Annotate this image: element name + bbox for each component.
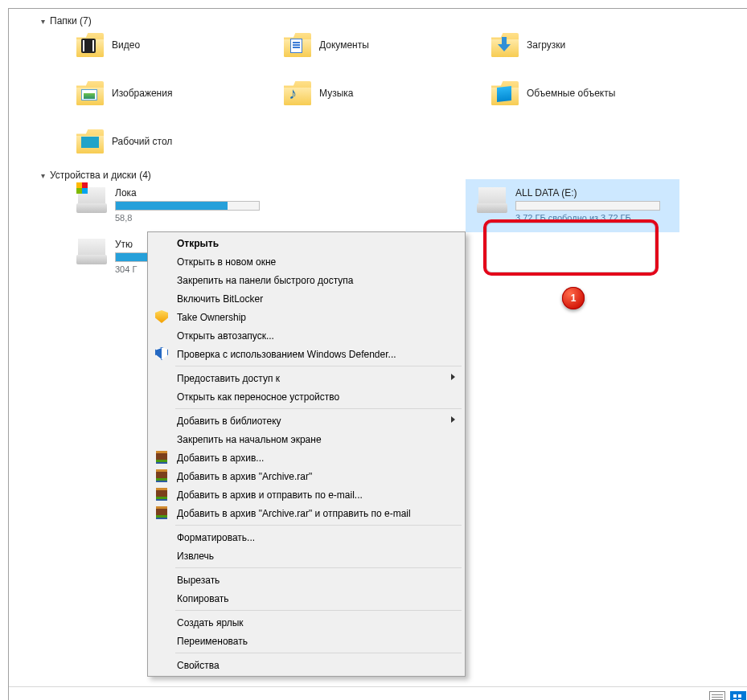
folder-icon <box>491 33 519 57</box>
separator <box>175 366 462 366</box>
folder-music[interactable]: ♪ Музыка <box>284 81 491 105</box>
ctx-open-new-window[interactable]: Открыть в новом окне <box>150 252 463 271</box>
ctx-rar-email-named[interactable]: Добавить в архив "Archive.rar" и отправи… <box>150 504 463 522</box>
ctx-take-ownership[interactable]: Take Ownership <box>150 308 463 326</box>
chevron-down-icon: ▾ <box>41 171 45 180</box>
winrar-icon <box>155 451 168 464</box>
ctx-cut[interactable]: Вырезать <box>150 571 463 589</box>
ctx-share-access[interactable]: Предоставить доступ к <box>150 369 463 387</box>
devices-section-title: Устройства и диски (4) <box>50 170 151 181</box>
drive-local-c[interactable]: Лока 58,8 <box>76 187 284 223</box>
ctx-rename[interactable]: Переименовать <box>150 632 463 650</box>
ctx-rar-add-named[interactable]: Добавить в архив "Archive.rar" <box>150 467 463 485</box>
folder-images[interactable]: Изображения <box>76 81 284 105</box>
explorer-window: ▾ Папки (7) Видео Документы Загрузки Изо… <box>8 8 747 700</box>
submenu-arrow-icon <box>451 374 455 380</box>
folder-label: Изображения <box>112 88 172 99</box>
separator <box>175 567 462 568</box>
folder-desktop[interactable]: Рабочий стол <box>76 129 284 154</box>
drive-icon <box>477 187 507 213</box>
ctx-create-shortcut[interactable]: Создать ярлык <box>150 613 463 632</box>
ctx-rar-add[interactable]: Добавить в архив... <box>150 448 463 467</box>
folder-label: Загрузки <box>527 39 565 51</box>
ctx-scan-defender[interactable]: Проверка с использованием Windows Defend… <box>150 345 463 363</box>
drive-free-text: 58,8 <box>115 213 268 223</box>
ctx-pin-quick-access[interactable]: Закрепить на панели быстрого доступа <box>150 271 463 289</box>
ctx-open[interactable]: Открыть <box>150 234 463 252</box>
ctx-copy[interactable]: Копировать <box>150 589 463 608</box>
folder-label: Документы <box>319 39 369 51</box>
drive-info: ALL DATA (E:) 3,72 ГБ свободно из 3,72 Г… <box>515 187 668 223</box>
ctx-add-to-library[interactable]: Добавить в библиотеку <box>150 411 463 430</box>
folder-icon <box>76 33 104 57</box>
folder-downloads[interactable]: Загрузки <box>491 33 699 57</box>
ctx-enable-bitlocker[interactable]: Включить BitLocker <box>150 289 463 308</box>
drive-name: ALL DATA (E:) <box>515 187 668 199</box>
drive-free-text: 3,72 ГБ свободно из 3,72 ГБ <box>515 213 668 223</box>
ctx-properties[interactable]: Свойства <box>150 656 463 674</box>
folder-label: Видео <box>112 39 140 51</box>
separator <box>175 525 462 526</box>
folder-label: Рабочий стол <box>112 136 172 147</box>
chevron-down-icon: ▾ <box>41 17 45 26</box>
folder-3d-objects[interactable]: Объемные объекты <box>491 81 699 105</box>
ctx-eject[interactable]: Извлечь <box>150 546 463 565</box>
folder-icon <box>491 81 519 105</box>
drive-icon <box>76 239 107 264</box>
winrar-icon <box>155 469 168 482</box>
ctx-rar-email[interactable]: Добавить в архив и отправить по e-mail..… <box>150 485 463 504</box>
winrar-icon <box>155 488 168 501</box>
ctx-pin-start[interactable]: Закрепить на начальном экране <box>150 430 463 448</box>
drive-e-selected[interactable]: ALL DATA (E:) 3,72 ГБ свободно из 3,72 Г… <box>466 179 679 232</box>
folder-icon <box>76 81 104 105</box>
defender-shield-icon <box>155 347 168 360</box>
separator <box>175 653 462 653</box>
drive-space-bar <box>115 201 260 211</box>
status-bar <box>9 686 747 700</box>
folder-icon <box>284 33 311 57</box>
drive-space-bar <box>515 201 660 211</box>
ctx-format[interactable]: Форматировать... <box>150 528 463 546</box>
drive-icon <box>76 187 107 213</box>
drive-context-menu: Открыть Открыть в новом окне Закрепить н… <box>147 231 466 677</box>
annotation-badge-1: 1 <box>562 287 585 309</box>
folder-label: Объемные объекты <box>527 88 615 99</box>
folder-documents[interactable]: Документы <box>284 33 491 57</box>
submenu-arrow-icon <box>451 416 455 423</box>
folders-grid: Видео Документы Загрузки Изображения ♪ М… <box>14 33 747 168</box>
ctx-open-autoplay[interactable]: Открыть автозапуск... <box>150 326 463 345</box>
folders-section-header[interactable]: ▾ Папки (7) <box>14 14 747 33</box>
winrar-icon <box>155 506 168 519</box>
folder-label: Музыка <box>319 88 353 99</box>
separator <box>175 408 462 409</box>
folders-section-title: Папки (7) <box>50 15 92 27</box>
folder-video[interactable]: Видео <box>76 33 284 57</box>
ctx-open-portable[interactable]: Открыть как переносное устройство <box>150 387 463 406</box>
separator <box>175 610 462 611</box>
view-details-button[interactable] <box>709 691 725 701</box>
folder-icon <box>76 129 104 154</box>
folder-icon: ♪ <box>284 81 311 105</box>
shield-icon <box>155 310 168 323</box>
drive-info: Лока 58,8 <box>115 187 268 223</box>
drive-name: Лока <box>115 187 268 199</box>
view-large-icons-button[interactable] <box>730 691 746 701</box>
